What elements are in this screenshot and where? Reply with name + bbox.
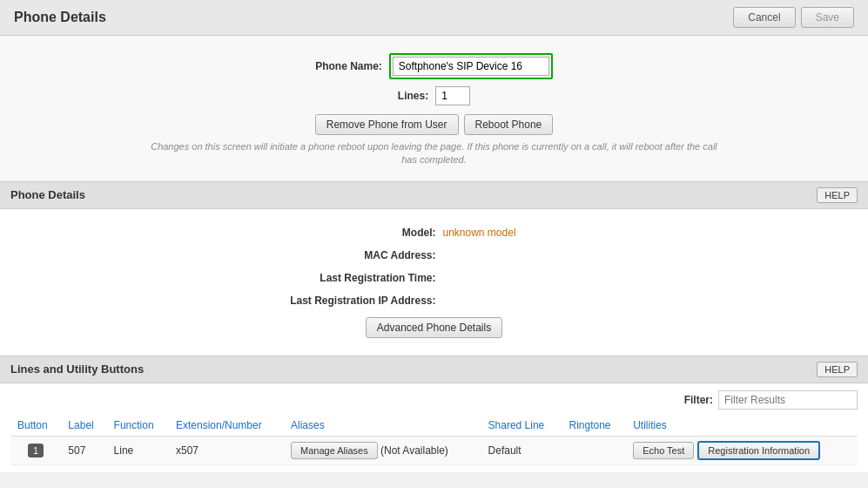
reboot-notice: Changes on this screen will initiate a p… — [147, 140, 722, 167]
col-label: Label — [61, 415, 106, 437]
phone-name-label: Phone Name: — [315, 60, 382, 72]
lines-input[interactable] — [435, 86, 470, 105]
cell-extension: x507 — [169, 436, 284, 464]
echo-test-button[interactable]: Echo Test — [633, 442, 694, 459]
save-button[interactable]: Save — [801, 7, 854, 28]
last-reg-ip-row: Last Registration IP Address: — [0, 295, 868, 307]
lines-row: Lines: — [398, 86, 470, 105]
table-header-row: Button Label Function Extension/Number A… — [10, 415, 858, 437]
manage-aliases-button[interactable]: Manage Aliases — [291, 442, 378, 459]
remove-phone-button[interactable]: Remove Phone from User — [315, 114, 459, 135]
lines-help-button[interactable]: HELP — [817, 362, 858, 377]
advanced-btn-row: Advanced Phone Details — [0, 317, 868, 338]
lines-section: Filter: Button Label Function Extension/… — [0, 383, 868, 472]
utilities-cell: Echo Test Registration Information — [633, 441, 851, 460]
cell-function: Line — [107, 436, 169, 464]
mac-row: MAC Address: — [0, 249, 868, 261]
cell-label: 507 — [61, 436, 106, 464]
col-button: Button — [10, 415, 61, 437]
mac-label: MAC Address: — [252, 249, 443, 261]
filter-label: Filter: — [684, 394, 713, 406]
model-row: Model: unknown model — [0, 227, 868, 239]
top-actions: Cancel Save — [733, 7, 854, 28]
last-reg-ip-label: Last Registration IP Address: — [252, 295, 443, 307]
cell-utilities: Echo Test Registration Information — [626, 436, 858, 464]
cell-shared-line: Default — [481, 436, 562, 464]
page-title: Phone Details — [14, 10, 106, 25]
phone-name-input[interactable] — [393, 57, 549, 76]
lines-section-title: Lines and Utility Buttons — [10, 363, 144, 376]
lines-table-container: Filter: Button Label Function Extension/… — [0, 383, 868, 472]
top-header: Phone Details Cancel Save — [0, 0, 868, 36]
cell-aliases: Manage Aliases (Not Available) — [284, 436, 481, 464]
phone-details-help-button[interactable]: HELP — [817, 187, 858, 203]
cell-button: 1 — [10, 436, 61, 464]
col-shared-line: Shared Line — [481, 415, 562, 437]
cancel-button[interactable]: Cancel — [733, 7, 795, 28]
registration-information-button[interactable]: Registration Information — [697, 441, 820, 460]
model-label: Model: — [252, 227, 443, 239]
action-button-row: Remove Phone from User Reboot Phone — [315, 114, 553, 135]
phone-name-row: Phone Name: — [315, 53, 553, 79]
col-function: Function — [107, 415, 169, 437]
phone-name-section: Phone Name: Lines: Remove Phone from Use… — [0, 36, 868, 181]
lines-label: Lines: — [398, 90, 428, 102]
phone-details-header: Phone Details HELP — [0, 181, 868, 209]
filter-row: Filter: — [10, 390, 858, 410]
col-ringtone: Ringtone — [562, 415, 626, 437]
lines-section-header: Lines and Utility Buttons HELP — [0, 356, 868, 383]
model-value: unknown model — [443, 227, 617, 239]
phone-details-content: Model: unknown model MAC Address: Last R… — [0, 209, 868, 356]
cell-ringtone — [562, 436, 626, 464]
phone-details-title: Phone Details — [10, 188, 85, 201]
phone-name-input-wrapper — [389, 53, 553, 79]
advanced-phone-details-button[interactable]: Advanced Phone Details — [366, 317, 502, 338]
col-extension: Extension/Number — [169, 415, 284, 437]
col-utilities: Utilities — [626, 415, 858, 437]
line-number-button[interactable]: 1 — [28, 444, 44, 458]
lines-table: Button Label Function Extension/Number A… — [10, 415, 858, 465]
last-reg-time-row: Last Registration Time: — [0, 272, 868, 284]
last-reg-time-label: Last Registration Time: — [252, 272, 443, 284]
table-row: 1 507 Line x507 Manage Aliases (Not Avai… — [10, 436, 858, 464]
reboot-phone-button[interactable]: Reboot Phone — [464, 114, 554, 135]
aliases-value: (Not Available) — [380, 444, 448, 457]
col-aliases: Aliases — [284, 415, 481, 437]
filter-input[interactable] — [718, 390, 858, 410]
